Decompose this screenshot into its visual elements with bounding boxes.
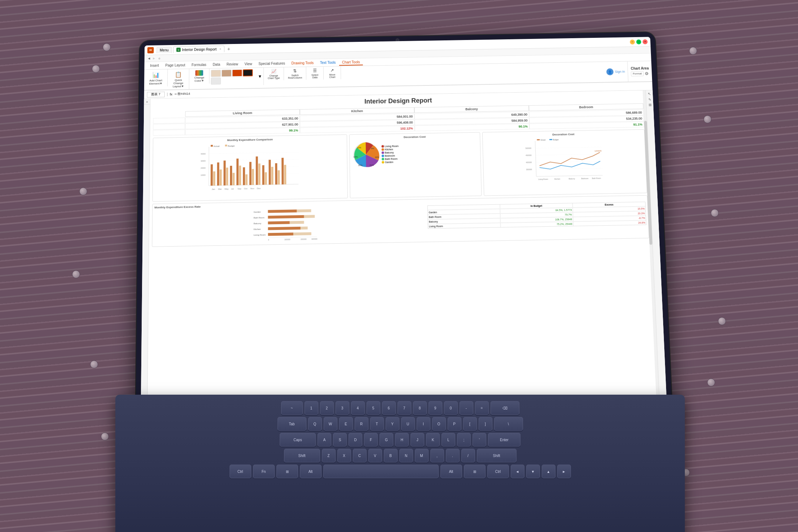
pencil-icon[interactable]: ✎: [648, 98, 651, 102]
switch-row-column-button[interactable]: ⇅ SwitchRow/Column: [286, 67, 304, 80]
key-7[interactable]: 7: [398, 401, 411, 415]
change-chart-type-button[interactable]: 📈 ChangeChart Type: [266, 67, 282, 80]
format-button[interactable]: Format: [631, 71, 643, 76]
chart-style-5[interactable]: [211, 77, 221, 85]
key-9[interactable]: 9: [429, 401, 442, 415]
key-v[interactable]: V: [368, 449, 382, 462]
key-equals[interactable]: =: [475, 401, 489, 415]
close-button[interactable]: ×: [643, 39, 648, 44]
key-ctrl-right[interactable]: Ctrl: [487, 465, 509, 478]
minimize-button[interactable]: −: [630, 39, 635, 44]
key-8[interactable]: 8: [413, 401, 427, 415]
key-tab[interactable]: Tab: [278, 417, 306, 431]
key-shift-right[interactable]: Shift: [477, 449, 517, 462]
move-chart-button[interactable]: ↗ MoveChart: [326, 66, 339, 79]
key-k[interactable]: K: [426, 433, 440, 447]
key-bracket-right[interactable]: ]: [479, 417, 492, 431]
key-f[interactable]: F: [364, 433, 378, 447]
key-d[interactable]: D: [349, 433, 362, 447]
tab-close-icon[interactable]: ×: [220, 47, 221, 51]
key-enter[interactable]: Enter: [488, 433, 520, 447]
key-backspace[interactable]: ⌫: [491, 401, 519, 415]
key-shift-left[interactable]: Shift: [284, 449, 320, 462]
tab-page-layout[interactable]: Page Layout: [163, 62, 188, 69]
key-2[interactable]: 2: [320, 401, 334, 415]
select-data-button[interactable]: ☰ SelectData: [309, 67, 322, 80]
key-e[interactable]: E: [339, 417, 353, 431]
tab-special-features[interactable]: Special Features: [256, 61, 288, 67]
key-6[interactable]: 6: [382, 401, 396, 415]
key-space[interactable]: [323, 465, 439, 478]
key-b[interactable]: B: [384, 449, 398, 462]
key-arrow-up[interactable]: ▲: [542, 465, 555, 478]
tab-formulas[interactable]: Formulas: [189, 62, 209, 68]
chart-style-4-active[interactable]: [243, 69, 253, 76]
cursor-icon[interactable]: ↖: [648, 92, 651, 96]
key-j[interactable]: J: [411, 433, 424, 447]
key-alt-left[interactable]: Alt: [300, 465, 322, 478]
key-bracket-left[interactable]: [: [463, 417, 477, 431]
key-3[interactable]: 3: [336, 401, 349, 415]
new-tab-icon[interactable]: +: [226, 46, 232, 52]
key-backslash[interactable]: \: [494, 417, 523, 431]
title-tab-file[interactable]: S Interior Design Report ×: [173, 45, 224, 53]
key-i[interactable]: I: [417, 417, 430, 431]
key-1[interactable]: 1: [305, 401, 318, 415]
sign-in-button[interactable]: Sign In: [615, 70, 625, 74]
tab-view[interactable]: View: [242, 61, 255, 67]
key-ctrl-left[interactable]: Ctrl: [230, 465, 251, 478]
tab-insert[interactable]: Insert: [147, 63, 161, 69]
key-period[interactable]: .: [446, 449, 460, 462]
back-icon[interactable]: ◄: [147, 57, 151, 61]
key-tilde[interactable]: ~: [281, 401, 303, 415]
chart-style-1[interactable]: [211, 70, 221, 77]
key-c[interactable]: C: [353, 449, 367, 462]
key-o[interactable]: O: [432, 417, 446, 431]
key-a[interactable]: A: [318, 433, 331, 447]
key-0[interactable]: 0: [444, 401, 458, 415]
key-minus[interactable]: -: [460, 401, 473, 415]
title-tab-menu[interactable]: Menu: [156, 46, 172, 53]
key-win-left[interactable]: ⊞: [276, 465, 298, 478]
key-5[interactable]: 5: [367, 401, 380, 415]
key-n[interactable]: N: [399, 449, 413, 462]
key-l[interactable]: L: [442, 433, 455, 447]
key-w[interactable]: W: [324, 417, 337, 431]
key-caps[interactable]: Caps: [280, 433, 316, 447]
key-x[interactable]: X: [337, 449, 351, 462]
key-arrow-right[interactable]: ►: [557, 465, 571, 478]
chart-style-2[interactable]: [222, 70, 232, 77]
key-g[interactable]: G: [380, 433, 393, 447]
key-win-right[interactable]: ⊞: [464, 465, 486, 478]
key-semicolon[interactable]: ;: [457, 433, 471, 447]
key-comma[interactable]: ,: [430, 449, 444, 462]
cell-reference-input[interactable]: [147, 92, 165, 97]
key-quote[interactable]: ': [473, 433, 486, 447]
key-z[interactable]: Z: [322, 449, 336, 462]
key-p[interactable]: P: [448, 417, 461, 431]
key-u[interactable]: U: [401, 417, 415, 431]
key-y[interactable]: Y: [386, 417, 399, 431]
key-m[interactable]: M: [415, 449, 429, 462]
key-4[interactable]: 4: [351, 401, 365, 415]
add-chart-element-button[interactable]: 📊 Add ChartElement▼: [146, 69, 165, 87]
key-arrow-left[interactable]: ◄: [511, 465, 524, 478]
quick-change-layout-button[interactable]: 📋 QuickChangeLayout▼: [170, 69, 187, 89]
chart-style-3[interactable]: [232, 70, 242, 77]
chart-styles-more-icon[interactable]: ▼: [258, 74, 262, 79]
key-fn[interactable]: Fn: [253, 465, 275, 478]
tab-review[interactable]: Review: [224, 62, 241, 68]
key-slash[interactable]: /: [461, 449, 475, 462]
key-alt-right[interactable]: Alt: [440, 465, 462, 478]
key-arrow-down[interactable]: ▼: [526, 465, 540, 478]
key-h[interactable]: H: [395, 433, 409, 447]
tab-drawing-tools[interactable]: Drawing Tools: [289, 60, 316, 67]
tab-data[interactable]: Data: [210, 62, 223, 68]
panel-icon-1[interactable]: ⚙: [644, 71, 648, 76]
maximize-button[interactable]: □: [636, 39, 641, 44]
change-color-button[interactable]: ChangeColor▼: [191, 69, 207, 84]
key-q[interactable]: Q: [308, 417, 322, 431]
tab-chart-tools[interactable]: Chart Tools: [339, 59, 363, 66]
key-t[interactable]: T: [370, 417, 384, 431]
key-r[interactable]: R: [355, 417, 368, 431]
